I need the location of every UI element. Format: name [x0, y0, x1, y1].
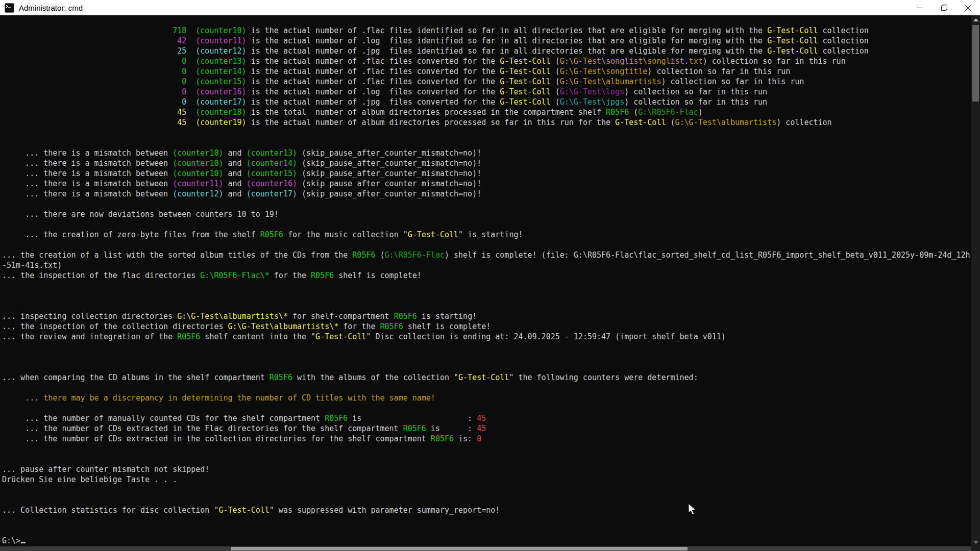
- maximize-button[interactable]: [932, 0, 956, 15]
- scroll-up-button[interactable]: [971, 15, 980, 24]
- cmd-icon: [5, 3, 14, 13]
- minimize-button[interactable]: [908, 0, 932, 15]
- console-line: [2, 342, 971, 352]
- console-line: 0 (counter13) is the actual number of .f…: [2, 56, 971, 66]
- console-line: ... there is a mismatch between (counter…: [2, 158, 971, 168]
- console-line: ... Collection statistics for disc colle…: [2, 505, 971, 515]
- console-line: ... the creation of zero-byte files from…: [2, 230, 971, 240]
- mouse-cursor: [688, 503, 699, 515]
- text-cursor: [21, 542, 26, 543]
- console-line: [2, 240, 971, 250]
- minimize-icon: [917, 5, 923, 11]
- console-line: 45 (counter18) is the total number of al…: [2, 107, 971, 117]
- vertical-scrollbar[interactable]: [971, 15, 980, 546]
- vertical-scroll-thumb[interactable]: [972, 25, 979, 102]
- console-line: [2, 219, 971, 230]
- console-line: -51m-41s.txt): [2, 260, 971, 270]
- console-line: 25 (counter12) is the actual number of .…: [2, 46, 971, 56]
- console-line: [2, 525, 971, 536]
- console-line: ... there is a mismatch between (counter…: [2, 168, 971, 179]
- console-line: [2, 444, 971, 454]
- console-line: [2, 199, 971, 209]
- console-line: [2, 495, 971, 505]
- console-output[interactable]: 718 (counter10) is the actual number of …: [0, 15, 971, 546]
- console-line: ... there is a mismatch between (counter…: [2, 179, 971, 189]
- console-line: [2, 362, 971, 372]
- console-line: ... inspecting collection directories G:…: [2, 311, 971, 321]
- console-line: [2, 403, 971, 413]
- console-line: [2, 291, 971, 301]
- horizontal-scrollbar[interactable]: [0, 546, 971, 551]
- scroll-down-icon: [973, 541, 978, 544]
- console-line: ... there may be a discrepancy in determ…: [2, 393, 971, 403]
- console-line: [2, 138, 971, 148]
- console-line: [2, 301, 971, 311]
- console-line: 45 (counter19) is the actual number of a…: [2, 117, 971, 128]
- console-line: [2, 352, 971, 362]
- scroll-up-icon: [973, 18, 978, 21]
- console-line: 718 (counter10) is the actual number of …: [2, 26, 971, 36]
- console-line: ... the number of CDs extracted in the c…: [2, 434, 971, 444]
- console-line: [2, 383, 971, 393]
- console-line: ... the number of manually counted CDs f…: [2, 413, 971, 423]
- console-line: [2, 281, 971, 291]
- console-line: Drücken Sie eine beliebige Taste . . .: [2, 474, 971, 485]
- console-line: ... there is a mismatch between (counter…: [2, 148, 971, 158]
- console-line: 0 (counter17) is the actual number of .j…: [2, 97, 971, 107]
- window-controls: [908, 0, 980, 15]
- console-line: [2, 454, 971, 464]
- console-line: [2, 485, 971, 495]
- cmd-window: Administrator: cmd 718 (counter10) is th…: [0, 0, 980, 551]
- close-icon: [965, 5, 971, 11]
- console-line: [2, 515, 971, 525]
- console-line: 0 (counter14) is the actual number of .f…: [2, 66, 971, 77]
- console-line: ... the creation of a list with the sort…: [2, 250, 971, 260]
- restore-icon: [941, 5, 947, 11]
- console-line: ... when comparing the CD albums in the …: [2, 372, 971, 383]
- console-line: 0 (counter15) is the actual number of .f…: [2, 77, 971, 87]
- console-line: G:\>: [2, 536, 971, 546]
- console-line: 0 (counter16) is the actual number of .l…: [2, 87, 971, 97]
- console-line: ... the inspection of the flac directori…: [2, 270, 971, 281]
- scroll-down-button[interactable]: [971, 538, 980, 546]
- console-text: 718 (counter10) is the actual number of …: [0, 15, 971, 546]
- console-line: ... the number of CDs extracted in the F…: [2, 423, 971, 434]
- console-line: [2, 128, 971, 138]
- window-titlebar[interactable]: Administrator: cmd: [0, 0, 980, 15]
- console-line: ... pause after counter mismatch not ski…: [2, 464, 971, 474]
- console-line: ... there is a mismatch between (counter…: [2, 189, 971, 199]
- console-line: ... there are now deviations between cou…: [2, 209, 971, 219]
- console-line: ... the review and integration of the R0…: [2, 332, 971, 342]
- window-title: Administrator: cmd: [19, 4, 83, 12]
- horizontal-scroll-thumb[interactable]: [231, 547, 688, 550]
- close-button[interactable]: [956, 0, 980, 15]
- console-line: 42 (counter11) is the actual number of .…: [2, 36, 971, 46]
- scrollbar-corner: [971, 546, 980, 551]
- console-line: ... the inspection of the collection dir…: [2, 321, 971, 332]
